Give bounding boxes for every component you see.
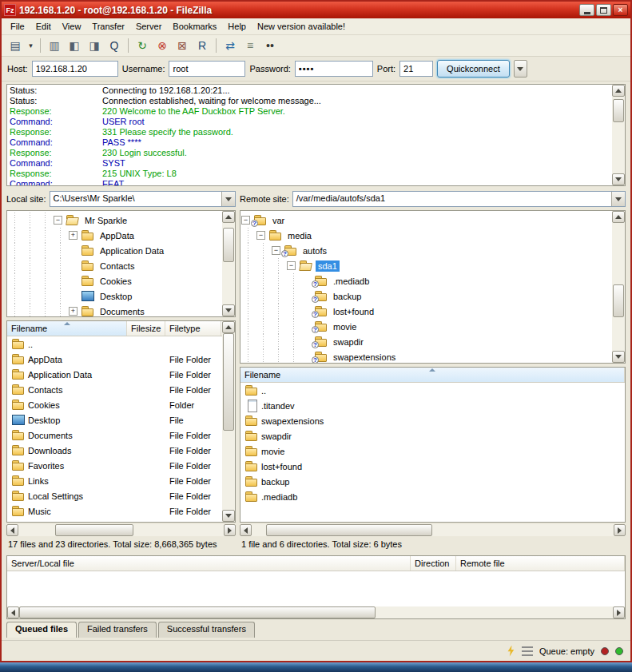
directory-listing-icon[interactable]: [522, 646, 533, 656]
menu-item-edit[interactable]: Edit: [30, 19, 57, 34]
scroll-track[interactable]: [612, 97, 625, 173]
combo-dropdown-button[interactable]: [611, 192, 625, 206]
remote-tree-item-autofs[interactable]: −?autofs: [240, 243, 612, 258]
remote-file-row-backup[interactable]: backup: [240, 474, 625, 489]
remote-file-row-item[interactable]: ..: [240, 383, 625, 398]
remote-horizontal-scrollbar[interactable]: [240, 524, 626, 536]
local-file-row-local-settings[interactable]: Local SettingsFile Folder: [7, 488, 222, 503]
synchronized-browsing-icon[interactable]: ≡: [240, 37, 260, 54]
local-site-combobox[interactable]: C:\Users\Mr Sparkle\: [50, 191, 236, 207]
local-column-header-filesize[interactable]: Filesize: [127, 321, 165, 336]
username-input[interactable]: [169, 61, 245, 77]
toggle-local-tree-icon[interactable]: ◧: [65, 37, 84, 54]
remote-tree-item-mediadb[interactable]: ?.mediadb: [240, 273, 612, 288]
expander-minus-icon[interactable]: −: [241, 216, 250, 225]
scroll-thumb[interactable]: [613, 99, 624, 122]
remote-tree-scrollbar[interactable]: [612, 211, 625, 363]
menu-item-new-version-available[interactable]: New version available!: [252, 19, 351, 34]
scroll-thumb[interactable]: [19, 606, 376, 618]
local-column-header-filetype[interactable]: Filetype: [165, 321, 221, 336]
scroll-thumb[interactable]: [55, 524, 133, 536]
menu-item-transfer[interactable]: Transfer: [86, 19, 130, 34]
local-list-scrollbar[interactable]: [222, 321, 235, 522]
local-file-row-appdata[interactable]: AppDataFile Folder: [7, 352, 222, 367]
expander-plus-icon[interactable]: +: [69, 307, 78, 316]
queue-horizontal-scrollbar[interactable]: [7, 606, 625, 618]
local-file-row-contacts[interactable]: ContactsFile Folder: [7, 382, 222, 397]
local-column-header-filename[interactable]: Filename: [7, 321, 127, 336]
speed-limit-icon[interactable]: [507, 646, 515, 657]
local-file-row-application-data[interactable]: Application DataFile Folder: [7, 367, 222, 382]
local-tree-item-contacts[interactable]: Contacts: [7, 258, 222, 273]
local-tree-scrollbar[interactable]: [222, 211, 235, 316]
queue-column-header-direction[interactable]: Direction: [411, 556, 456, 571]
remote-tree-item-lost-found[interactable]: ?lost+found: [240, 304, 612, 319]
scroll-up-button[interactable]: [222, 321, 235, 333]
remote-file-row-lost-found[interactable]: lost+found: [240, 459, 625, 474]
local-tree-item-cookies[interactable]: Cookies: [7, 273, 222, 288]
log-scrollbar[interactable]: [612, 85, 625, 185]
scroll-thumb[interactable]: [223, 333, 234, 431]
minimize-button[interactable]: [579, 4, 594, 16]
scroll-down-button[interactable]: [222, 304, 235, 316]
remote-file-row-swapextensions[interactable]: swapextensions: [240, 413, 625, 428]
queue-column-header-server-local-file[interactable]: Server/Local file: [7, 556, 411, 571]
scroll-right-button[interactable]: [224, 524, 236, 536]
scroll-track[interactable]: [222, 333, 235, 510]
reconnect-icon[interactable]: R: [193, 37, 212, 54]
scroll-left-button[interactable]: [7, 606, 19, 618]
scroll-track[interactable]: [18, 524, 224, 536]
remote-tree-item-swapextensions[interactable]: ?swapextensions: [240, 349, 612, 363]
scroll-right-button[interactable]: [613, 606, 625, 618]
local-tree-item-mr-sparkle[interactable]: −Mr Sparkle: [7, 213, 222, 228]
local-file-row-music[interactable]: MusicFile Folder: [7, 503, 222, 519]
local-file-row-cookies[interactable]: CookiesFolder: [7, 397, 222, 412]
scroll-right-button[interactable]: [614, 524, 626, 536]
expander-minus-icon[interactable]: −: [54, 216, 62, 225]
scroll-track[interactable]: [222, 223, 235, 304]
close-button[interactable]: ×: [613, 4, 628, 16]
menu-item-view[interactable]: View: [57, 19, 87, 34]
local-file-row-desktop[interactable]: DesktopFile: [7, 412, 222, 427]
toggle-queue-icon[interactable]: Q: [105, 37, 124, 54]
menu-item-help[interactable]: Help: [222, 19, 252, 34]
scroll-thumb[interactable]: [223, 228, 234, 262]
remote-tree-item-var[interactable]: −?var: [240, 213, 612, 228]
expander-plus-icon[interactable]: +: [69, 231, 78, 240]
toggle-remote-tree-icon[interactable]: ◨: [85, 37, 104, 54]
scroll-up-button[interactable]: [222, 211, 235, 223]
tab-successful-transfers[interactable]: Successful transfers: [158, 622, 255, 638]
local-file-row-links[interactable]: LinksFile Folder: [7, 473, 222, 488]
scroll-down-button[interactable]: [222, 510, 235, 522]
host-input[interactable]: [32, 61, 118, 77]
site-manager-dropdown-icon[interactable]: ▾: [26, 37, 36, 54]
find-files-icon[interactable]: ••: [260, 37, 280, 54]
scroll-track[interactable]: [19, 606, 613, 618]
tab-queued-files[interactable]: Queued files: [6, 622, 77, 638]
remote-tree-item-backup[interactable]: ?backup: [240, 288, 612, 304]
scroll-track[interactable]: [612, 223, 625, 351]
directory-comparison-icon[interactable]: ⇄: [221, 37, 240, 54]
refresh-icon[interactable]: ↻: [133, 37, 152, 54]
local-horizontal-scrollbar[interactable]: [6, 524, 236, 536]
local-file-row-item[interactable]: ..: [7, 336, 222, 352]
port-input[interactable]: [399, 61, 433, 77]
remote-file-row-mediadb[interactable]: .mediadb: [240, 489, 625, 504]
remote-site-combobox[interactable]: /var/media/autofs/sda1: [292, 191, 626, 207]
local-tree-item-documents[interactable]: +Documents: [7, 304, 222, 316]
menu-item-server[interactable]: Server: [130, 19, 167, 34]
local-tree-item-appdata[interactable]: +AppData: [7, 228, 222, 243]
password-input[interactable]: [295, 61, 373, 77]
menu-item-bookmarks[interactable]: Bookmarks: [167, 19, 222, 34]
remote-tree-item-swapdir[interactable]: ?swapdir: [240, 334, 612, 349]
remote-tree-item-sda1[interactable]: −sda1: [240, 258, 612, 273]
tab-failed-transfers[interactable]: Failed transfers: [78, 622, 157, 638]
quickconnect-button[interactable]: Quickconnect: [437, 60, 510, 78]
expander-minus-icon[interactable]: −: [287, 261, 296, 270]
remote-file-row-movie[interactable]: movie: [240, 443, 625, 459]
scroll-thumb[interactable]: [266, 524, 432, 536]
scroll-left-button[interactable]: [6, 524, 18, 536]
toggle-message-log-icon[interactable]: ▥: [45, 37, 64, 54]
local-file-row-downloads[interactable]: DownloadsFile Folder: [7, 443, 222, 458]
scroll-down-button[interactable]: [612, 351, 625, 363]
